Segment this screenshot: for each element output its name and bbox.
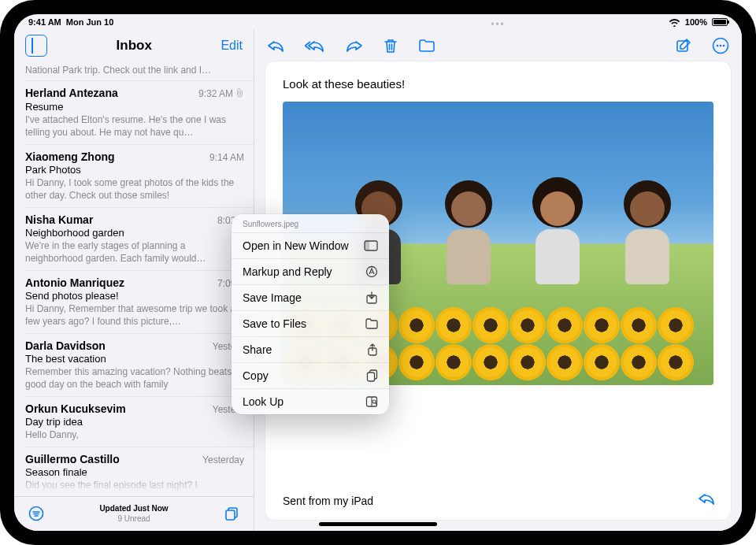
sidebar-toggle-icon[interactable] bbox=[25, 35, 47, 57]
status-date: Mon Jun 10 bbox=[66, 17, 114, 27]
trash-icon[interactable] bbox=[384, 38, 398, 54]
battery-icon bbox=[712, 18, 728, 26]
markup-icon bbox=[365, 265, 378, 278]
menu-item-label: Save Image bbox=[243, 291, 302, 304]
list-item[interactable]: Nisha Kumar 8:02 A Neighborhood garden W… bbox=[25, 208, 254, 271]
status-bar: 9:41 AM Mon Jun 10 100% bbox=[14, 14, 742, 30]
menu-item-label: Copy bbox=[243, 369, 269, 382]
inbox-header: Inbox Edit bbox=[14, 30, 254, 61]
sender-name: Antonio Manriquez bbox=[25, 276, 124, 289]
message-time: 9:32 AM bbox=[198, 88, 244, 100]
message-signature: Sent from my iPad bbox=[283, 495, 713, 507]
battery-percent: 100% bbox=[685, 17, 707, 27]
menu-item-label: Look Up bbox=[243, 395, 284, 408]
more-icon[interactable] bbox=[712, 37, 729, 54]
message-list[interactable]: National Park trip. Check out the link a… bbox=[14, 61, 254, 496]
forward-icon[interactable] bbox=[346, 39, 363, 53]
menu-item-label: Share bbox=[243, 343, 272, 356]
message-toolbar bbox=[254, 30, 742, 61]
sender-name: Orkun Kucuksevim bbox=[25, 402, 126, 415]
sender-name: Darla Davidson bbox=[25, 339, 106, 352]
compose-icon[interactable] bbox=[676, 38, 691, 54]
list-item[interactable]: Antonio Manriquez 7:09 A Send photos ple… bbox=[25, 271, 254, 334]
message-preview: Hi Danny, Remember that awesome trip we … bbox=[25, 302, 244, 328]
svg-point-16 bbox=[372, 400, 376, 403]
ipad-frame: 9:41 AM Mon Jun 10 100% Inbox Edit bbox=[0, 0, 756, 545]
message-preview: Hello Danny, bbox=[25, 428, 244, 441]
previous-message-snippet[interactable]: National Park trip. Check out the link a… bbox=[25, 61, 254, 81]
sender-name: Herland Antezana bbox=[25, 87, 118, 99]
svg-point-6 bbox=[720, 45, 722, 47]
copy-icon bbox=[366, 369, 378, 382]
footer-unread: 9 Unread bbox=[99, 514, 168, 525]
menu-item-label: Markup and Reply bbox=[243, 265, 332, 278]
message-preview: Did you see the final episode last night… bbox=[25, 479, 244, 491]
windows-icon[interactable] bbox=[224, 506, 239, 523]
filter-icon[interactable] bbox=[28, 506, 44, 523]
message-time: Yesterday bbox=[202, 454, 244, 465]
share-icon bbox=[367, 343, 378, 356]
message-preview: Hi Danny, I took some great photos of th… bbox=[25, 176, 244, 202]
svg-rect-14 bbox=[368, 373, 375, 381]
menu-markup-reply[interactable]: Markup and Reply bbox=[232, 258, 389, 284]
screen: 9:41 AM Mon Jun 10 100% Inbox Edit bbox=[14, 14, 742, 531]
menu-look-up[interactable]: Look Up bbox=[232, 388, 389, 414]
message-subject: Park Photos bbox=[25, 164, 244, 176]
menu-save-image[interactable]: Save Image bbox=[232, 284, 389, 310]
inline-reply-icon[interactable] bbox=[698, 491, 715, 509]
status-time: 9:41 AM bbox=[28, 17, 61, 27]
save-image-icon bbox=[365, 291, 378, 304]
list-item[interactable]: Xiaomeng Zhong 9:14 AM Park Photos Hi Da… bbox=[25, 145, 254, 208]
message-subject: Neighborhood garden bbox=[25, 227, 244, 239]
message-body-text: Look at these beauties! bbox=[283, 77, 713, 91]
paperclip-icon bbox=[236, 88, 244, 100]
attachment-context-menu: Sunflowers.jpeg Open in New Window Marku… bbox=[232, 214, 389, 414]
sender-name: Guillermo Castillo bbox=[25, 453, 120, 465]
menu-item-label: Save to Files bbox=[243, 317, 306, 330]
edit-button[interactable]: Edit bbox=[220, 39, 243, 53]
message-subject: Send photos please! bbox=[25, 290, 244, 302]
move-folder-icon[interactable] bbox=[418, 39, 435, 53]
svg-point-7 bbox=[723, 45, 725, 47]
message-subject: Season finale bbox=[25, 466, 244, 478]
folder-icon bbox=[365, 318, 378, 329]
message-subject: Resume bbox=[25, 101, 244, 113]
list-item[interactable]: Orkun Kucuksevim Yesterd Day trip idea H… bbox=[25, 397, 254, 447]
message-time: 9:14 AM bbox=[209, 152, 244, 163]
footer-updated: Updated Just Now bbox=[99, 504, 168, 514]
menu-item-label: Open in New Window bbox=[243, 239, 349, 252]
message-preview: Remember this amazing vacation? Nothing … bbox=[25, 365, 244, 391]
wifi-icon bbox=[669, 18, 680, 27]
context-menu-filename: Sunflowers.jpeg bbox=[232, 214, 389, 232]
message-preview: We're in the early stages of planning a … bbox=[25, 239, 244, 265]
svg-rect-2 bbox=[226, 510, 235, 520]
message-subject: The best vacation bbox=[25, 353, 244, 365]
list-item[interactable]: Darla Davidson Yesterd The best vacation… bbox=[25, 334, 254, 397]
new-window-icon bbox=[364, 240, 378, 251]
svg-point-5 bbox=[717, 45, 719, 47]
inbox-title: Inbox bbox=[117, 38, 152, 54]
lookup-icon bbox=[365, 395, 378, 408]
menu-share[interactable]: Share bbox=[232, 336, 389, 362]
menu-copy[interactable]: Copy bbox=[232, 362, 389, 388]
message-preview: I've attached Elton's resume. He's the o… bbox=[25, 113, 244, 139]
home-indicator[interactable] bbox=[319, 522, 437, 526]
inbox-pane: Inbox Edit National Park trip. Check out… bbox=[14, 30, 254, 531]
reply-all-icon[interactable] bbox=[305, 39, 325, 53]
reply-icon[interactable] bbox=[267, 39, 284, 53]
sender-name: Nisha Kumar bbox=[25, 213, 93, 226]
message-subject: Day trip idea bbox=[25, 416, 244, 428]
menu-save-to-files[interactable]: Save to Files bbox=[232, 310, 389, 336]
sender-name: Xiaomeng Zhong bbox=[25, 150, 115, 163]
list-item[interactable]: Guillermo Castillo Yesterday Season fina… bbox=[25, 447, 254, 496]
svg-rect-9 bbox=[365, 241, 369, 250]
list-item[interactable]: Herland Antezana 9:32 AM Resume I've att… bbox=[25, 81, 254, 145]
menu-open-new-window[interactable]: Open in New Window bbox=[232, 232, 389, 258]
inbox-footer: Updated Just Now 9 Unread bbox=[14, 496, 254, 531]
multitask-grabber-icon[interactable]: ••• bbox=[491, 19, 506, 30]
